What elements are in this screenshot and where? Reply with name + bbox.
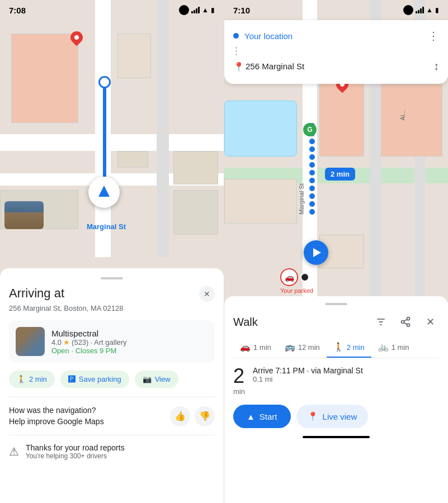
route-divider xyxy=(235,46,439,56)
walk-icon: 🚶 xyxy=(17,375,26,383)
transit-icon: 🚌 xyxy=(285,342,295,352)
left-panel: 7:08 ▲ ▮ xyxy=(0,0,224,503)
thumbs-up-button[interactable]: 👍 xyxy=(170,406,190,426)
open-label: Open xyxy=(51,347,69,355)
sheet-handle-right xyxy=(325,303,347,305)
signal-icon-right xyxy=(416,7,424,13)
walk-dot-5 xyxy=(309,154,315,160)
arrive-text: Arrive 7:11 PM xyxy=(253,366,305,375)
place-type: · xyxy=(90,338,92,347)
view-icon: 📷 xyxy=(143,375,152,383)
walk-dot-12 xyxy=(309,209,315,215)
parked-label: Your parkedcar xyxy=(280,287,313,296)
close-time: · xyxy=(71,347,75,355)
bottom-sheet-right: Walk xyxy=(224,296,448,503)
close-button-right[interactable]: ✕ xyxy=(421,313,439,331)
destination-dot-icon: 📍 xyxy=(233,63,240,70)
place-thumbnail-left[interactable] xyxy=(4,201,44,229)
svg-line-6 xyxy=(404,322,407,324)
route-origin-row: Your location ⋮ xyxy=(233,26,439,46)
feedback-section: How was the navigation? Help improve Goo… xyxy=(9,397,215,435)
destination-label[interactable]: 256 Marginal St xyxy=(246,61,429,71)
building-3 xyxy=(117,151,148,168)
liveview-button[interactable]: 📍 Live view xyxy=(296,405,369,428)
tab-drive[interactable]: 🚗 1 min xyxy=(233,338,278,358)
street-label-left: Marginal St xyxy=(87,222,126,231)
save-parking-button[interactable]: 🅿 Save parking xyxy=(60,371,129,388)
place-image xyxy=(16,327,45,356)
walk-dot-3 xyxy=(309,139,315,144)
time-block: 2 min xyxy=(233,366,245,396)
view-label: View xyxy=(155,375,171,383)
r-building-3 xyxy=(224,179,297,224)
svg-point-4 xyxy=(402,321,404,324)
r-building-2 xyxy=(381,84,442,156)
origin-dot-icon xyxy=(233,33,239,39)
route-time-unit: min xyxy=(233,387,245,396)
walk-tab-time: 2 min xyxy=(347,343,365,352)
thumbnail-img xyxy=(4,201,44,229)
road-h1 xyxy=(0,134,224,151)
place-name: Multispectral xyxy=(51,329,208,338)
feedback-line2: Help improve Google Maps xyxy=(9,416,104,428)
nav-line-left xyxy=(103,78,106,190)
walk-title: Walk xyxy=(233,316,258,329)
building-1 xyxy=(11,34,78,123)
wifi-icon-left: ▲ xyxy=(202,6,209,14)
share-button[interactable] xyxy=(397,313,414,331)
sheet-header-left: Arriving at ✕ xyxy=(9,286,215,302)
camera-dot-right xyxy=(403,5,413,15)
battery-icon-left: ▮ xyxy=(211,6,215,14)
start-buttons: ▲ Start 📍 Live view xyxy=(233,405,439,428)
parked-car-marker: 🚗 Your parkedcar xyxy=(280,268,313,296)
walk-path xyxy=(309,123,315,217)
status-bar-right: 7:10 ▲ ▮ xyxy=(224,0,448,20)
feedback-line1: How was the navigation? xyxy=(9,405,104,416)
time-left: 7:08 xyxy=(9,6,26,15)
tab-transit[interactable]: 🚌 12 min xyxy=(278,338,327,358)
right-panel: 7:10 ▲ ▮ Your location ⋮ 📍 256 Ma xyxy=(224,0,448,503)
walk-time-button[interactable]: 🚶 2 min xyxy=(9,371,55,388)
walk-dot-8 xyxy=(309,178,315,183)
road-report-text: Thanks for your road reports You're help… xyxy=(26,443,125,460)
view-button[interactable]: 📷 View xyxy=(135,371,178,388)
battery-icon-right: ▮ xyxy=(435,6,439,14)
place-rating: 4.0 ★ (523) · Art gallery xyxy=(51,338,208,347)
walk-icon: 🚶 xyxy=(333,342,344,352)
more-options-button[interactable]: ⋮ xyxy=(428,29,439,42)
place-card[interactable]: Multispectral 4.0 ★ (523) · Art gallery … xyxy=(9,320,215,363)
wifi-icon-right: ▲ xyxy=(426,6,433,14)
start-button[interactable]: ▲ Start xyxy=(233,405,291,428)
building-6 xyxy=(173,190,218,235)
save-parking-label: Save parking xyxy=(79,375,121,383)
warning-icon: ⚠ xyxy=(9,445,19,458)
feedback-text: How was the navigation? Help improve Goo… xyxy=(9,405,104,427)
filter-button[interactable] xyxy=(372,313,390,331)
origin-label[interactable]: Your location xyxy=(244,31,423,41)
tab-walk[interactable]: 🚶 2 min xyxy=(327,338,371,358)
sheet-handle-left xyxy=(101,277,123,279)
liveview-label: Live view xyxy=(323,412,357,421)
navigation-play-button[interactable] xyxy=(304,240,328,265)
place-status: Open · Closes 9 PM xyxy=(51,347,208,355)
status-icons-left: ▲ ▮ xyxy=(179,5,215,15)
current-location-dot xyxy=(300,273,309,282)
home-indicator-right xyxy=(303,436,370,438)
bike-time: 1 min xyxy=(392,343,409,352)
arriving-title: Arriving at xyxy=(9,286,64,301)
via-label: via Marginal St xyxy=(311,366,363,375)
tab-bike[interactable]: 🚲 1 min xyxy=(371,338,416,358)
road-report-subtitle: You're helping 300+ drivers xyxy=(26,452,125,460)
status-icons-right: ▲ ▮ xyxy=(403,5,439,15)
start-location-pin: G xyxy=(303,123,317,136)
time-right: 7:10 xyxy=(233,6,250,15)
close-button-left[interactable]: ✕ xyxy=(199,286,215,302)
svg-point-3 xyxy=(407,317,410,320)
swap-button[interactable]: ↕ xyxy=(433,60,439,73)
start-arrow-icon: ▲ xyxy=(247,412,255,421)
feedback-buttons: 👍 👎 xyxy=(170,406,215,426)
divider-dot-3 xyxy=(235,54,237,55)
thumbs-down-button[interactable]: 👎 xyxy=(195,406,215,426)
status-bar-left: 7:08 ▲ ▮ xyxy=(0,0,224,20)
mode-tabs: 🚗 1 min 🚌 12 min 🚶 2 min 🚲 1 min xyxy=(233,338,439,358)
